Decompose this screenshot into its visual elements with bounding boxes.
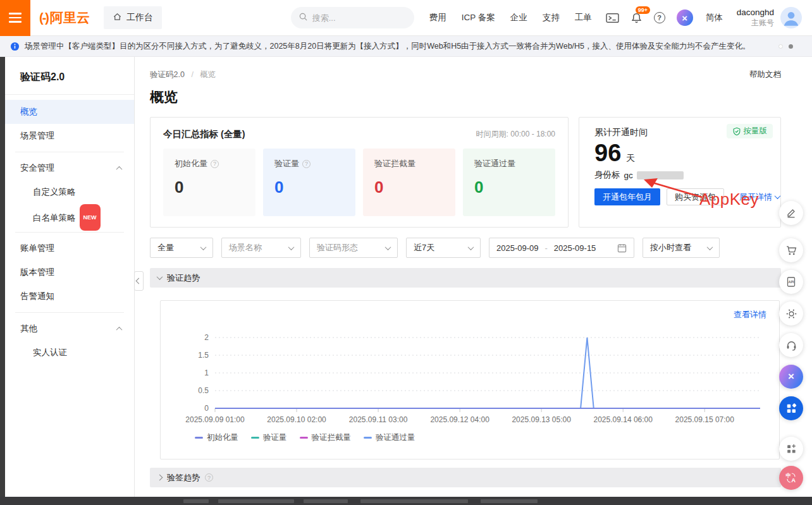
- legend-swatch: [300, 437, 308, 439]
- sidebar-group-安全管理[interactable]: 安全管理: [5, 156, 134, 180]
- settings-gear-button[interactable]: [779, 301, 803, 326]
- chevron-down-icon: [200, 244, 207, 250]
- main-content: 验证码2.0 / 概览 帮助文档 概览 今日汇总指标 (全量) 时间周期: 00…: [135, 57, 812, 505]
- info-question-icon[interactable]: ?: [302, 160, 311, 168]
- search-icon: [298, 12, 308, 23]
- search-input[interactable]: [312, 13, 407, 23]
- sidebar-item-label: 告警通知: [20, 291, 54, 301]
- avatar[interactable]: [780, 7, 802, 28]
- sidebar-item-概览[interactable]: 概览: [5, 100, 134, 124]
- filter-select-value: 验证码形态: [317, 242, 358, 253]
- console-terminal-icon[interactable]: [606, 13, 619, 23]
- info-question-icon: ?: [205, 473, 213, 482]
- sidebar-item-实人认证[interactable]: 实人认证: [5, 341, 134, 365]
- global-search[interactable]: [291, 7, 414, 28]
- api-doc-button[interactable]: API: [779, 270, 803, 294]
- alibaba-cloud-logo[interactable]: (-) 阿里云: [39, 9, 90, 27]
- info-question-icon[interactable]: ?: [211, 160, 219, 168]
- sidebar-group-label: 安全管理: [20, 162, 54, 174]
- username: daconghd: [737, 7, 774, 18]
- trend-line-chart: 00.511.522025.09.09 01:002025.09.10 02:0…: [173, 327, 766, 451]
- account-menu[interactable]: daconghd 主账号: [737, 7, 802, 28]
- notification-count-badge: 99+: [636, 6, 650, 15]
- assistant-x-button[interactable]: ×: [779, 365, 803, 389]
- calendar-icon: [617, 243, 627, 253]
- assistant-x-icon[interactable]: ×: [677, 9, 693, 26]
- topnav-item[interactable]: 工单: [575, 12, 592, 23]
- shield-check-icon: [732, 127, 741, 136]
- language-switch[interactable]: 简体: [706, 12, 723, 23]
- top-icons: 99+?×: [606, 9, 693, 26]
- open-days-value: 96: [594, 140, 621, 167]
- metric-label: 验证量?: [274, 158, 344, 169]
- filter-select-value: 按小时查看: [650, 242, 691, 253]
- sign-trend-section-header[interactable]: 验签趋势 ?: [150, 468, 781, 487]
- help-doc-link[interactable]: 帮助文档: [749, 70, 781, 80]
- hamburger-menu-button[interactable]: [0, 0, 30, 36]
- topnav-item[interactable]: ICP 备案: [462, 12, 495, 23]
- view-details-link[interactable]: 查看详情: [734, 309, 766, 320]
- date-range-picker[interactable]: 2025-09-09-2025-09-15: [489, 238, 634, 258]
- sidebar-divider: [15, 312, 124, 313]
- apps-grid-button[interactable]: [779, 396, 803, 420]
- date-end-value: 2025-09-15: [554, 243, 596, 253]
- legend-item-验证量[interactable]: 验证量: [251, 432, 287, 443]
- legend-swatch: [195, 437, 203, 439]
- filter-select-近7天[interactable]: 近7天: [406, 238, 481, 258]
- sidebar-item-自定义策略[interactable]: 自定义策略: [5, 180, 134, 204]
- appsgrid-icon: [785, 403, 797, 415]
- filter-select-验证码形态[interactable]: 验证码形态: [309, 238, 398, 258]
- legend-item-验证拦截量[interactable]: 验证拦截量: [300, 432, 352, 443]
- filter-select-场景名称[interactable]: 场景名称: [221, 238, 301, 258]
- translate-button[interactable]: 中A: [779, 466, 803, 490]
- top-nav: 费用ICP 备案企业支持工单: [429, 12, 592, 23]
- sidebar-item-账单管理[interactable]: 账单管理: [5, 236, 134, 260]
- breadcrumb-root[interactable]: 验证码2.0: [150, 70, 185, 79]
- sidebar-item-版本管理[interactable]: 版本管理: [5, 260, 134, 284]
- edit-pencil-button[interactable]: [779, 201, 803, 225]
- support-headset-button[interactable]: [779, 333, 803, 357]
- workbench-button[interactable]: 工作台: [104, 6, 162, 29]
- chevron-up-icon: [116, 166, 123, 172]
- sidebar-item-告警通知[interactable]: 告警通知: [5, 284, 134, 308]
- sidebar-item-白名单策略[interactable]: 白名单策略NEW: [5, 204, 134, 228]
- y-axis-tick-label: 1: [187, 368, 209, 377]
- metric-label-text: 验证通过量: [474, 158, 515, 169]
- banner-dot-2[interactable]: [789, 44, 793, 49]
- chevron-down-icon: [707, 244, 713, 250]
- filter-select-按小时查看[interactable]: 按小时查看: [643, 238, 720, 258]
- sidebar-item-场景管理[interactable]: 场景管理: [5, 124, 134, 148]
- cart-button[interactable]: [779, 238, 803, 262]
- topnav-item[interactable]: 支持: [543, 12, 560, 23]
- filter-select-全量[interactable]: 全量: [150, 238, 213, 258]
- topnav-item[interactable]: 费用: [429, 12, 446, 23]
- x-axis-tick-label: 2025.09.14 06:00: [593, 415, 652, 424]
- add-apps-button[interactable]: [779, 437, 803, 461]
- sidebar: 验证码2.0 概览场景管理安全管理自定义策略白名单策略NEW账单管理版本管理告警…: [5, 57, 135, 505]
- filter-bar: 全量场景名称验证码形态近7天2025-09-09-2025-09-15按小时查看: [150, 238, 781, 258]
- collapsed-nav-rail[interactable]: [0, 57, 5, 505]
- sidebar-collapse-handle[interactable]: [134, 271, 144, 291]
- help-icon[interactable]: ?: [654, 12, 665, 23]
- verify-trend-title: 验证趋势: [167, 272, 200, 284]
- banner-pagination: [778, 44, 793, 49]
- legend-item-验证通过量[interactable]: 验证通过量: [364, 432, 415, 443]
- topnav-item[interactable]: 企业: [510, 12, 527, 23]
- metric-value: 0: [274, 178, 344, 197]
- logo-bracket-glyph: (-): [39, 11, 48, 25]
- notification-bell-icon[interactable]: 99+: [631, 12, 643, 24]
- banner-dot-1[interactable]: [778, 44, 783, 49]
- verify-trend-chart-card: 查看详情 00.511.522025.09.09 01:002025.09.10…: [160, 300, 780, 459]
- verify-trend-section-header[interactable]: 验证趋势: [150, 268, 781, 288]
- summary-card-title: 今日汇总指标 (全量): [163, 128, 245, 140]
- legend-item-初始化量[interactable]: 初始化量: [195, 432, 238, 443]
- metric-label: 初始化量?: [175, 158, 244, 169]
- account-status-card: 按量版 累计开通时间 96 天 身份标 gc 开通包年包月 购买资源包: [579, 117, 781, 228]
- metric-label-text: 验证量: [274, 158, 299, 169]
- sidebar-group-其他[interactable]: 其他: [5, 317, 134, 341]
- workbench-label: 工作台: [126, 12, 153, 23]
- chevron-down-icon: [288, 244, 295, 250]
- pencil-icon: [785, 207, 797, 219]
- metric-value: 0: [374, 178, 444, 197]
- breadcrumb-separator: /: [191, 70, 193, 79]
